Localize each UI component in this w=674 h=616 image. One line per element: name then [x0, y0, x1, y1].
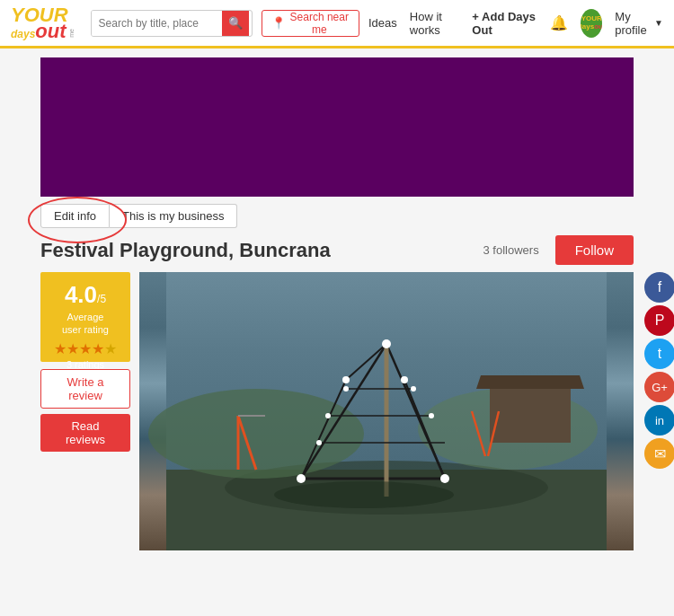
stars: ★★★★★ — [49, 340, 121, 357]
svg-point-19 — [382, 339, 391, 348]
place-title: Festival Playground, Buncrana — [40, 239, 474, 262]
follow-button[interactable]: Follow — [555, 235, 634, 265]
pin-icon: 📍 — [271, 16, 286, 30]
edit-row: Edit info This is my business — [40, 204, 634, 228]
rating-score: 4.0/5 — [49, 281, 121, 309]
twitter-label: t — [658, 346, 661, 362]
nav-links: Ideas How it works + Add Days Out 🔔 YOUR… — [368, 9, 663, 38]
search-input[interactable] — [92, 11, 222, 36]
followers-count: 3 followers — [483, 243, 539, 257]
logo-sub: me — [68, 29, 75, 38]
read-reviews-button[interactable]: Read reviews — [40, 414, 130, 452]
rating-suffix: /5 — [97, 293, 106, 305]
title-row: Festival Playground, Buncrana 3 follower… — [40, 235, 634, 265]
svg-point-3 — [148, 389, 364, 479]
search-near-label: Search near me — [289, 11, 350, 36]
logo-days: days — [11, 29, 35, 40]
svg-marker-6 — [476, 375, 584, 389]
search-near-button[interactable]: 📍 Search near me — [262, 10, 359, 37]
svg-point-17 — [297, 474, 306, 483]
svg-point-25 — [429, 413, 434, 418]
svg-point-20 — [342, 376, 350, 383]
write-review-button[interactable]: Write a review — [40, 369, 130, 409]
svg-point-18 — [440, 474, 449, 483]
avatar-logo: YOURdaysout — [581, 15, 602, 31]
pinterest-label: P — [655, 312, 665, 329]
bell-icon[interactable]: 🔔 — [550, 14, 568, 31]
email-label: ✉ — [654, 445, 666, 462]
email-icon[interactable]: ✉ — [644, 438, 674, 469]
twitter-icon[interactable]: t — [644, 339, 674, 369]
playground-img-inner — [139, 272, 634, 550]
logo-out: out — [35, 22, 66, 41]
my-profile-menu[interactable]: My profile ▼ — [615, 10, 663, 37]
playground-image — [139, 272, 634, 550]
logo[interactable]: YOUR days out me — [11, 5, 82, 41]
svg-point-21 — [401, 376, 408, 383]
main-section: 4.0/5 Averageuser rating ★★★★★ 3 ratings… — [40, 272, 634, 550]
this-is-my-business-button[interactable]: This is my business — [110, 204, 237, 228]
svg-point-32 — [274, 481, 454, 508]
left-column: 4.0/5 Averageuser rating ★★★★★ 3 ratings… — [40, 272, 130, 550]
search-button[interactable]: 🔍 — [222, 11, 249, 36]
nav-how-it-works[interactable]: How it works — [410, 10, 460, 37]
search-bar: 🔍 — [91, 10, 253, 37]
avatar: YOURdaysout — [581, 9, 602, 38]
facebook-icon[interactable]: f — [644, 272, 674, 303]
header: YOUR days out me 🔍 📍 Search near me Idea… — [0, 0, 674, 48]
social-icons: f P t G+ in ✉ — [644, 272, 674, 469]
rating-label: Averageuser rating — [49, 311, 121, 337]
nav-add-days[interactable]: + Add Days Out — [472, 10, 537, 37]
banner-image — [40, 57, 634, 197]
pinterest-icon[interactable]: P — [644, 305, 674, 336]
ratings-count: 3 ratings — [49, 359, 121, 370]
my-profile-label: My profile — [615, 10, 650, 37]
facebook-label: f — [658, 279, 661, 295]
review-buttons: Write a review Read reviews — [40, 369, 130, 452]
content-area: Edit info This is my business Festival P… — [40, 204, 634, 550]
nav-ideas[interactable]: Ideas — [368, 16, 397, 30]
edit-info-button[interactable]: Edit info — [40, 204, 110, 228]
svg-point-26 — [411, 386, 416, 392]
playground-svg — [139, 272, 634, 550]
svg-point-24 — [343, 386, 349, 392]
rating-box: 4.0/5 Averageuser rating ★★★★★ 3 ratings — [40, 272, 130, 362]
svg-point-22 — [316, 440, 322, 445]
svg-rect-5 — [490, 389, 571, 443]
rating-number: 4.0 — [65, 281, 97, 308]
google-label: G+ — [652, 381, 668, 394]
linkedin-label: in — [655, 414, 664, 427]
linkedin-icon[interactable]: in — [644, 405, 674, 436]
google-plus-icon[interactable]: G+ — [644, 372, 674, 402]
svg-point-23 — [325, 413, 331, 418]
chevron-down-icon: ▼ — [654, 18, 663, 28]
